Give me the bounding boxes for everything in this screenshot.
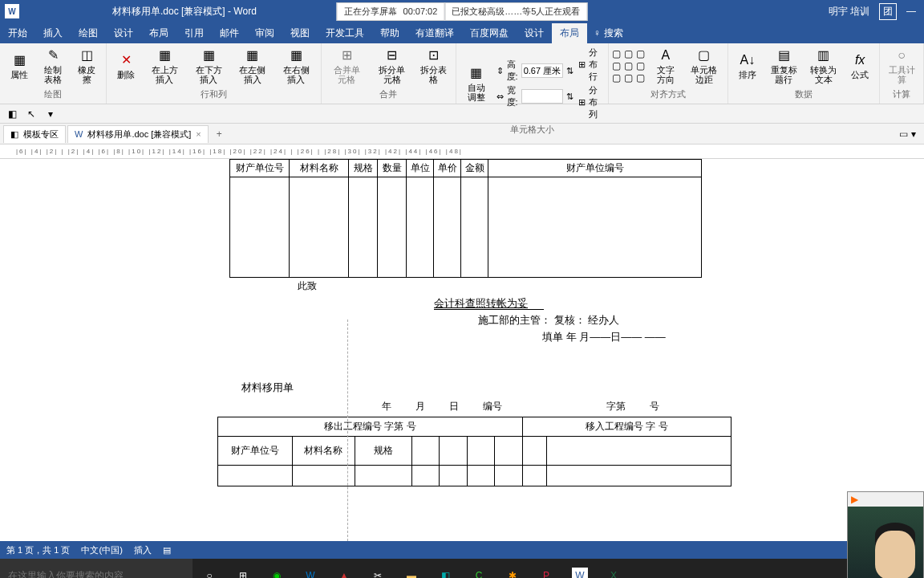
materials-table-1[interactable]: 财产单位号 材料名称 规格 数量 单位 单价 金额 财产单位编号 [229, 159, 702, 278]
table2-header[interactable]: 移入工程编号 字 号 [523, 417, 732, 437]
menu-mail[interactable]: 邮件 [212, 23, 247, 43]
split-cells-button[interactable]: ⊟拆分单元格 [370, 46, 413, 86]
table-header[interactable]: 金额 [461, 160, 488, 177]
table2-cell[interactable] [467, 437, 495, 466]
table-cell[interactable] [434, 177, 461, 278]
align-mr-icon[interactable]: ▢ [636, 60, 647, 71]
tab-templates[interactable]: ◧ 模板专区 [3, 125, 66, 143]
taskbar-search-input[interactable] [0, 559, 192, 578]
menu-table-layout[interactable]: 布局 [552, 23, 587, 43]
table2-cell[interactable] [495, 466, 523, 486]
menu-review[interactable]: 审阅 [247, 23, 282, 43]
table2-cell[interactable] [523, 437, 547, 466]
app-teal-icon[interactable]: ◧ [428, 559, 462, 578]
menu-devtools[interactable]: 开发工具 [318, 23, 372, 43]
spinner-icon[interactable]: ⇅ [566, 66, 573, 76]
insert-above-button[interactable]: ▦在上方插入 [144, 46, 186, 86]
table2-cell[interactable] [523, 466, 547, 486]
search-hint[interactable]: 搜索 [604, 26, 623, 40]
materials-table-2[interactable]: 移出工程编号 字第 号 移入工程编号 字 号 财产单位号 材料名称 规格 [217, 417, 732, 486]
align-ml-icon[interactable]: ▢ [612, 60, 623, 71]
menu-draw[interactable]: 绘图 [71, 23, 106, 43]
table-header[interactable]: 单位 [407, 160, 434, 177]
table-header[interactable]: 单价 [434, 160, 461, 177]
qa-cursor-icon[interactable]: ↖ [24, 107, 38, 121]
horizontal-ruler[interactable]: |6| |4| |2| | |2| |4| |6| |8| |10| |12| … [0, 144, 924, 159]
table-header[interactable]: 规格 [349, 160, 378, 177]
align-tr-icon[interactable]: ▢ [636, 48, 647, 59]
wps-icon[interactable]: W [294, 559, 327, 578]
align-mc-icon[interactable]: ▢ [624, 60, 635, 71]
add-tab-button[interactable]: + [210, 126, 229, 142]
tabstrip-menu-icon[interactable]: ▭ [899, 128, 908, 140]
table-cell[interactable] [290, 177, 349, 278]
convert-text-button[interactable]: ▥转换为文本 [804, 46, 842, 86]
table2-cell[interactable] [495, 437, 523, 466]
app-red-icon[interactable]: ▲ [327, 559, 361, 578]
menu-start[interactable]: 开始 [0, 23, 35, 43]
split-table-button[interactable]: ⊡拆分表格 [415, 46, 452, 86]
menu-references[interactable]: 引用 [176, 23, 212, 43]
tab-document[interactable]: W 材料移用单.doc [兼容模式] × [67, 125, 209, 143]
align-bl-icon[interactable]: ▢ [612, 72, 623, 83]
word-taskbar-icon[interactable]: W [572, 568, 588, 578]
table2-header[interactable]: 移出工程编号 字第 号 [218, 417, 523, 437]
app-snip-icon[interactable]: ✂ [361, 559, 395, 578]
table2-cell[interactable]: 材料名称 [292, 437, 355, 466]
table-header[interactable]: 数量 [378, 160, 407, 177]
table-cell[interactable] [349, 177, 378, 278]
user-badge-icon[interactable]: 团 [879, 3, 897, 20]
table2-cell[interactable] [547, 437, 732, 466]
minimize-button[interactable]: — [906, 6, 916, 17]
accessibility-icon[interactable]: ▤ [163, 545, 171, 556]
menu-layout[interactable]: 布局 [141, 23, 176, 43]
table2-cell[interactable] [292, 466, 355, 486]
menu-table-design[interactable]: 设计 [517, 23, 552, 43]
table-header[interactable]: 财产单位号 [230, 160, 290, 177]
properties-button[interactable]: ▦属性 [3, 51, 35, 81]
align-br-icon[interactable]: ▢ [636, 72, 647, 83]
cell-margins-button[interactable]: ▢单元格边距 [684, 46, 724, 86]
menu-baidu[interactable]: 百度网盘 [462, 23, 517, 43]
menu-insert[interactable]: 插入 [35, 23, 71, 43]
table-cell[interactable] [488, 177, 702, 278]
table-header[interactable]: 材料名称 [290, 160, 349, 177]
insert-mode[interactable]: 插入 [134, 544, 152, 556]
powerpoint-icon[interactable]: P [529, 559, 563, 578]
webcam-overlay[interactable]: ▶ [847, 491, 924, 578]
align-tl-icon[interactable]: ▢ [612, 48, 623, 59]
height-input[interactable] [521, 63, 563, 78]
table-cell[interactable] [407, 177, 434, 278]
excel-icon[interactable]: X [597, 559, 630, 578]
eraser-button[interactable]: ◫橡皮擦 [71, 46, 103, 86]
language-indicator[interactable]: 中文(中国) [81, 544, 122, 556]
align-grid[interactable]: ▢▢▢ ▢▢▢ ▢▢▢ [612, 48, 647, 83]
draw-table-button[interactable]: ✎绘制表格 [37, 46, 69, 86]
table2-cell[interactable]: 财产单位号 [218, 437, 293, 466]
width-input[interactable] [521, 89, 563, 104]
delete-button[interactable]: ✕删除 [110, 51, 142, 81]
align-bc-icon[interactable]: ▢ [624, 72, 635, 83]
menu-help[interactable]: 帮助 [372, 23, 407, 43]
app-orange-icon[interactable]: ✱ [496, 559, 529, 578]
table2-cell[interactable] [355, 466, 411, 486]
close-icon[interactable]: × [196, 129, 201, 139]
table-header[interactable]: 财产单位编号 [488, 160, 702, 177]
text-direction-button[interactable]: A文字方向 [649, 46, 683, 86]
compute-tool-button[interactable]: ○工具计算 [883, 46, 920, 86]
menu-youdao[interactable]: 有道翻译 [407, 23, 462, 43]
distribute-rows-button[interactable]: ⊞分布行 [578, 47, 603, 83]
file-explorer-icon[interactable]: ▬ [395, 559, 428, 578]
table2-cell[interactable] [411, 437, 440, 466]
table2-cell[interactable] [467, 466, 495, 486]
insert-below-button[interactable]: ▦在下方插入 [188, 46, 230, 86]
formula-button[interactable]: fx公式 [844, 51, 876, 81]
page-count[interactable]: 第 1 页，共 1 页 [6, 544, 70, 556]
menu-design[interactable]: 设计 [106, 23, 141, 43]
table-cell[interactable] [378, 177, 407, 278]
table-cell[interactable] [461, 177, 488, 278]
table-cell[interactable] [230, 177, 290, 278]
repeat-header-button[interactable]: ▤重复标题行 [765, 46, 803, 86]
table2-cell[interactable] [218, 466, 293, 486]
table2-cell[interactable] [440, 437, 468, 466]
